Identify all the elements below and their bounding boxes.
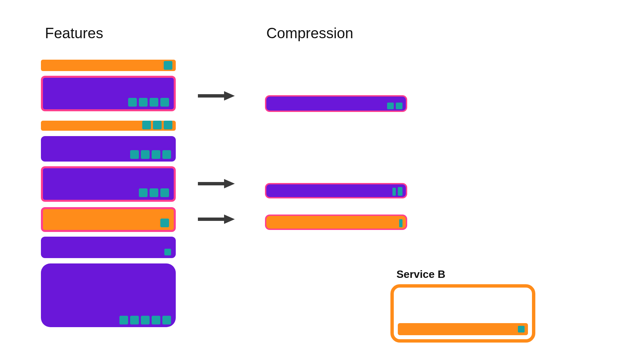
- service-b-box: [390, 284, 535, 343]
- teal-tick-icon: [130, 150, 139, 159]
- diagram-canvas: { "colors": { "orange": "#ff8c1a", "purp…: [0, 0, 644, 362]
- compressed-block-c2: [265, 183, 407, 198]
- svg-rect-2: [198, 182, 224, 185]
- teal-tick-icon: [162, 316, 171, 324]
- teal-tick-icon: [142, 121, 151, 129]
- teal-tick-icon: [152, 150, 160, 159]
- compressed-block-c1: [265, 95, 407, 112]
- teal-tick-icon: [160, 219, 169, 227]
- features-heading: Features: [45, 25, 103, 42]
- teal-tick-icon: [396, 103, 402, 109]
- teal-tick-icon: [119, 316, 128, 324]
- feature-block-f7: [41, 237, 176, 258]
- compression-heading: Compression: [266, 25, 353, 42]
- teal-tick-icon: [130, 316, 139, 324]
- teal-tick-icon: [160, 188, 169, 197]
- svg-marker-5: [224, 215, 235, 224]
- teal-tick-icon: [164, 61, 172, 70]
- service-b-heading: Service B: [396, 268, 445, 281]
- teal-tick-icon: [162, 150, 171, 159]
- svg-marker-1: [224, 91, 235, 101]
- svg-marker-3: [224, 179, 235, 188]
- teal-tick-icon: [387, 103, 394, 109]
- teal-tick-icon: [160, 98, 169, 107]
- arrow-right-icon: [198, 179, 235, 188]
- teal-tick-icon: [164, 121, 172, 129]
- teal-tick-icon: [150, 98, 158, 107]
- arrow-right-icon: [198, 91, 235, 101]
- teal-tick-icon: [518, 326, 525, 333]
- compressed-block-c3: [265, 215, 407, 230]
- service-b-inner-bar: [398, 323, 528, 335]
- feature-block-f8: [41, 263, 176, 327]
- teal-tick-icon: [399, 219, 402, 227]
- feature-block-f4: [41, 136, 176, 162]
- feature-block-f5: [41, 166, 176, 202]
- teal-tick-icon: [141, 150, 150, 159]
- feature-block-f3: [41, 121, 176, 131]
- teal-tick-icon: [139, 188, 148, 197]
- teal-tick-icon: [153, 121, 162, 129]
- teal-tick-icon: [139, 98, 148, 107]
- teal-tick-icon: [150, 188, 158, 197]
- teal-tick-icon: [128, 98, 137, 107]
- teal-tick-icon: [392, 188, 396, 196]
- svg-rect-0: [198, 94, 224, 98]
- teal-tick-icon: [164, 249, 171, 255]
- feature-block-f2: [41, 76, 176, 111]
- teal-tick-icon: [398, 187, 402, 196]
- feature-block-f1: [41, 60, 176, 71]
- feature-block-f6: [41, 207, 176, 232]
- svg-rect-4: [198, 218, 224, 221]
- teal-tick-icon: [152, 316, 160, 324]
- teal-tick-icon: [141, 316, 150, 324]
- arrow-right-icon: [198, 215, 235, 224]
